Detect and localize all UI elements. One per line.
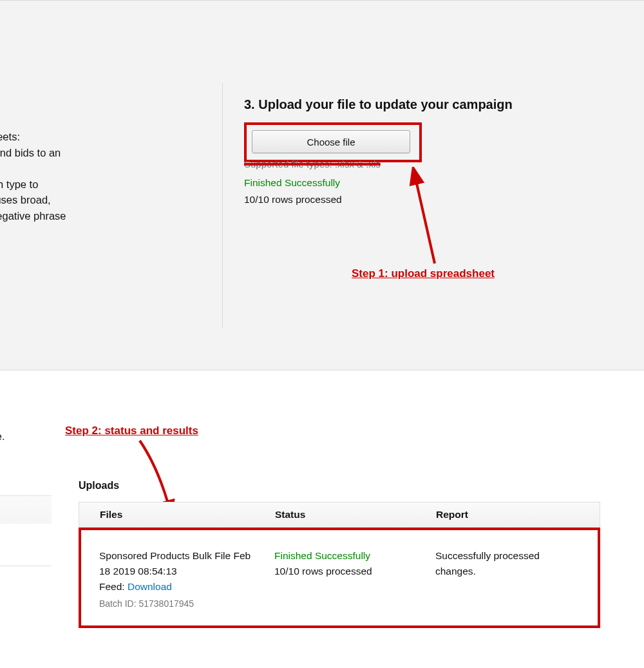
highlight-choose-file: Choose file <box>244 122 422 162</box>
batch-label: Batch ID: <box>99 598 138 609</box>
bulk-upload-panel: ur file or editing bulk spreadsheets: d … <box>0 0 644 370</box>
edit-file-text-line: o apply the correct match type to <box>0 177 206 193</box>
batch-id-value: 51738017945 <box>138 598 194 609</box>
cell-files: Sponsored Products Bulk File Feb 18 2019… <box>99 548 274 611</box>
upload-status-success: Finished Successfully <box>244 177 624 189</box>
section-divider <box>222 83 223 328</box>
edit-file-heading-fragment: ur file <box>0 97 206 112</box>
choose-file-button[interactable]: Choose file <box>252 130 410 153</box>
upload-filename: Sponsored Products Bulk File Feb 18 2019… <box>99 548 261 579</box>
uploads-table-header: Files Status Report <box>79 502 600 528</box>
uploads-section: Uploads Files Status Report Sponsored Pr… <box>79 480 600 628</box>
supported-file-types: Supported file types: .xlsx & .xls <box>244 158 422 169</box>
batch-id-line: Batch ID: 51738017945 <box>99 597 261 611</box>
edit-file-text-line: or editing bulk spreadsheets: <box>0 129 206 145</box>
upload-rows-processed: 10/10 rows processed <box>244 194 624 205</box>
edit-file-section: ur file or editing bulk spreadsheets: d … <box>0 97 213 224</box>
results-area: e. Step 2: status and results Uploads Fi… <box>0 370 644 667</box>
col-header-status: Status <box>275 509 436 520</box>
edit-file-text-line: d up to 1000 keywords and bids to an <box>0 145 206 161</box>
feed-download-link[interactable]: Download <box>128 581 172 592</box>
partial-panel-fragment <box>0 495 52 566</box>
annotation-step2-label: Step 2: status and results <box>65 425 198 437</box>
text-fragment: e. <box>0 431 5 443</box>
feed-line: Feed: Download <box>99 579 261 595</box>
edit-file-text-line: c, negative exact, and negative phrase <box>0 208 206 224</box>
row-status-success: Finished Successfully <box>274 548 422 564</box>
feed-label: Feed: <box>99 581 128 592</box>
col-header-report: Report <box>436 509 579 520</box>
uploads-table-row-highlight: Sponsored Products Bulk File Feb 18 2019… <box>79 528 600 628</box>
cell-report: Successfully processed changes. <box>435 548 580 611</box>
annotation-step1-label: Step 1: upload spreadsheet <box>352 267 495 280</box>
upload-file-section: 3. Upload your file to update your campa… <box>244 97 624 205</box>
row-report-text: Successfully processed changes. <box>435 548 580 579</box>
row-status-rows: 10/10 rows processed <box>274 564 422 579</box>
upload-section-heading: 3. Upload your file to update your campa… <box>244 97 624 112</box>
edit-file-text-line: d. Sponsored Products uses broad, <box>0 192 206 208</box>
col-header-files: Files <box>100 509 275 520</box>
uploads-table: Files Status Report Sponsored Products B… <box>79 502 600 628</box>
uploads-heading: Uploads <box>79 480 600 491</box>
cell-status: Finished Successfully 10/10 rows process… <box>274 548 435 611</box>
